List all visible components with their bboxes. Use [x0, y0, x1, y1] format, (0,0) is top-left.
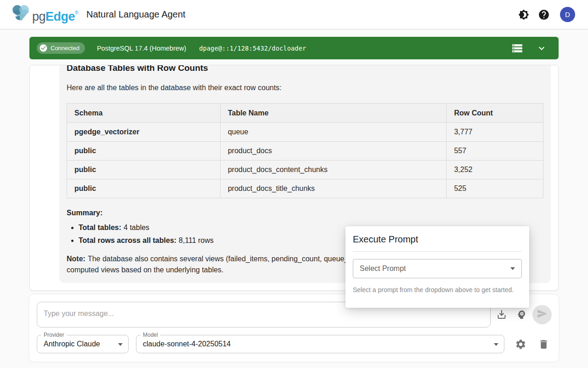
cell-schema: pgedge_vectorizer [67, 123, 220, 142]
dark-mode-toggle-icon[interactable] [518, 9, 529, 20]
psychology-icon[interactable] [516, 309, 527, 320]
app-header: pgEdge® Natural Language Agent D [0, 0, 588, 29]
col-header-schema: Schema [67, 104, 220, 123]
cell-row-count: 3,252 [447, 161, 543, 179]
dropdown-caret-icon [118, 343, 123, 346]
table-row: public product_docs_content_chunks 3,252 [67, 161, 543, 179]
dialog-helper-text: Select a prompt from the dropdown above … [353, 286, 522, 293]
app-window: pgEdge® Natural Language Agent D Connect… [0, 0, 588, 368]
table-row: pgedge_vectorizer queue 3,777 [67, 123, 543, 142]
pgedge-logo: pgEdge® [11, 4, 78, 26]
trash-icon[interactable] [538, 339, 549, 350]
settings-gear-icon[interactable] [515, 339, 526, 350]
col-header-row-count: Row Count [447, 104, 543, 123]
provider-label: Provider [41, 332, 67, 338]
page-title: Natural Language Agent [86, 9, 186, 20]
model-value: claude-sonnet-4-20250514 [136, 335, 504, 353]
bullet-label: Total rows across all tables: [79, 236, 176, 244]
select-prompt-value: Select Prompt [360, 264, 406, 273]
storage-list-icon[interactable] [511, 42, 523, 54]
server-version: PostgreSQL 17.4 (Homebrew) [97, 45, 187, 52]
table-row: public product_docs_title_chunks 525 [67, 179, 543, 198]
model-label: Model [141, 332, 160, 338]
cell-row-count: 557 [447, 142, 543, 161]
check-circle-icon [39, 44, 48, 52]
dropdown-caret-icon [494, 343, 498, 346]
row-counts-table: Schema Table Name Row Count pgedge_vecto… [67, 103, 543, 198]
col-header-table-name: Table Name [220, 104, 447, 123]
message-intro: Here are all the tables in the database … [67, 82, 543, 93]
message-heading: Database Tables with Row Counts [67, 65, 543, 73]
model-select[interactable]: Model claude-sonnet-4-20250514 [136, 335, 504, 353]
send-icon [537, 308, 548, 321]
dialog-title: Execute Prompt [353, 234, 522, 245]
cell-table-name: product_docs_title_chunks [220, 179, 447, 198]
avatar-initial: D [565, 11, 570, 18]
bullet-value: 8,111 rows [179, 236, 214, 244]
user-avatar[interactable]: D [560, 7, 575, 22]
pgedge-heart-icon [11, 4, 31, 22]
select-prompt-dropdown[interactable]: Select Prompt [353, 259, 522, 278]
cell-table-name: product_docs_content_chunks [220, 161, 447, 179]
send-button[interactable] [532, 305, 552, 324]
bullet-label: Total tables: [79, 224, 121, 231]
cell-row-count: 3,777 [447, 123, 543, 142]
connected-status-badge: Connected [37, 42, 85, 54]
download-icon[interactable] [496, 309, 507, 320]
help-icon[interactable] [538, 9, 550, 21]
pgedge-wordmark: pgEdge® [32, 4, 78, 26]
wordmark-edge: Edge [45, 10, 75, 23]
wordmark-pg: pg [32, 10, 45, 23]
connection-string: dpage@::1/128:5432/docloader [199, 45, 306, 52]
cell-row-count: 525 [447, 179, 543, 198]
table-header-row: Schema Table Name Row Count [67, 104, 543, 123]
cell-table-name: product_docs [220, 142, 447, 161]
cell-table-name: queue [220, 123, 447, 142]
dialog-divider [353, 251, 522, 252]
connected-status-label: Connected [51, 45, 79, 52]
provider-select[interactable]: Provider Anthropic Claude [37, 335, 129, 353]
table-row: public product_docs 557 [67, 142, 543, 161]
chevron-down-icon[interactable] [536, 43, 547, 54]
note-label: Note: [67, 255, 85, 263]
dropdown-caret-icon [510, 267, 515, 270]
summary-heading: Summary: [67, 207, 543, 218]
wordmark-registered: ® [75, 10, 78, 15]
cell-schema: public [67, 142, 220, 161]
bullet-value: 4 tables [124, 224, 149, 231]
cell-schema: public [67, 161, 220, 179]
cell-schema: public [67, 179, 220, 198]
connection-bar[interactable]: Connected PostgreSQL 17.4 (Homebrew) dpa… [29, 37, 559, 59]
execute-prompt-dialog: Execute Prompt Select Prompt Select a pr… [345, 226, 529, 308]
